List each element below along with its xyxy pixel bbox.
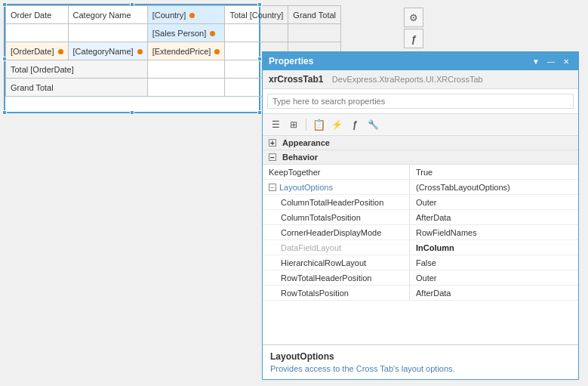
grand-total-header: Grand Total	[288, 6, 341, 24]
prop-hierarchicalrowlayout-name: HierarchicalRowLayout	[263, 255, 410, 270]
grand-total-cell: Grand Total	[6, 79, 148, 97]
category-name-header: Category Name	[68, 6, 147, 24]
minimize-button[interactable]: —	[545, 55, 557, 67]
search-container	[263, 89, 578, 114]
prop-columntotalsposition[interactable]: ColumnTotalsPosition AfterData	[263, 210, 578, 225]
minimize-icon: —	[547, 57, 555, 66]
prop-datafieldlayout-value: InColumn	[410, 240, 578, 255]
prop-datafieldlayout[interactable]: DataFieldLayout InColumn	[263, 240, 578, 255]
categoryname-dot	[137, 49, 143, 54]
alphabetical-icon: ⊞	[290, 119, 297, 130]
category-blank	[68, 24, 147, 42]
extended-price-field: [ExtendedPrice]	[147, 42, 225, 60]
properties-toolbar: ☰ ⊞ 📋 ⚡ ƒ 🔧	[263, 114, 578, 136]
prop-rowtotalsposition[interactable]: RowTotalsPosition AfterData	[263, 286, 578, 301]
prop-cornerheaderdisplaymode-value: RowFieldNames	[410, 225, 578, 239]
component-info: xrCrossTab1 DevExpress.XtraReports.UI.XR…	[263, 70, 578, 89]
prop-cornerheaderdisplaymode[interactable]: CornerHeaderDisplayMode RowFieldNames	[263, 225, 578, 240]
prop-cornerheaderdisplaymode-name: CornerHeaderDisplayMode	[263, 225, 410, 239]
component-name: xrCrossTab1	[269, 74, 323, 85]
prop-layoutoptions-value: (CrossTabLayoutOptions)	[410, 180, 578, 194]
sales-person-cell: [Sales Person]	[147, 24, 225, 42]
close-button[interactable]: ✕	[560, 55, 572, 67]
prop-rowtotalsposition-name: RowTotalsPosition	[263, 286, 410, 300]
prop-columntotalsposition-value: AfterData	[410, 210, 578, 224]
order-date-blank	[6, 24, 69, 42]
prop-func-btn[interactable]: ƒ	[346, 116, 363, 133]
sales-dot	[210, 31, 215, 36]
handle-tm[interactable]	[130, 2, 134, 7]
prop-categorized-btn[interactable]: ☰	[267, 116, 284, 133]
properties-title: Properties	[269, 56, 313, 66]
prop-datafieldlayout-name: DataFieldLayout	[263, 240, 410, 255]
properties-panel: Properties ▼ — ✕ xrCrossTab1 DevExpress.…	[262, 51, 579, 380]
titlebar-controls: ▼ — ✕	[530, 55, 572, 67]
prop-copy-btn[interactable]: 📋	[310, 116, 327, 133]
properties-grid[interactable]: + Appearance − Behavior KeepTogether Tru…	[263, 136, 578, 344]
extprice-dot	[214, 49, 220, 54]
copy-icon: 📋	[312, 119, 325, 131]
settings-button[interactable]: ⚙	[404, 8, 423, 27]
prop-layoutoptions-name: − LayoutOptions	[263, 180, 410, 194]
prop-keeptogether-value: True	[410, 165, 578, 179]
properties-description: LayoutOptions Provides access to the Cro…	[263, 344, 578, 379]
section-behavior[interactable]: − Behavior	[263, 150, 578, 165]
prop-bolt-btn[interactable]: ⚡	[328, 116, 345, 133]
order-date-field: [OrderDate]	[6, 42, 69, 60]
prop-keeptogether-name: KeepTogether	[263, 165, 410, 179]
orderdate-dot	[58, 49, 63, 54]
description-text: Provides access to the Cross Tab's layou…	[270, 364, 571, 373]
total-r3-c3	[147, 60, 225, 79]
section-appearance[interactable]: + Appearance	[263, 136, 578, 150]
handle-tl[interactable]	[2, 2, 7, 7]
total-orderdate-cell: Total [OrderDate]	[6, 60, 148, 79]
close-icon: ✕	[563, 57, 569, 66]
prop-alphabetical-btn[interactable]: ⊞	[285, 116, 302, 133]
grand-blank	[288, 24, 341, 42]
categorized-icon: ☰	[272, 119, 280, 130]
search-input[interactable]	[267, 94, 574, 109]
handle-tr[interactable]	[257, 2, 262, 7]
prop-columntotalsposition-name: ColumnTotalsPosition	[263, 210, 410, 224]
layoutoptions-expand-icon[interactable]: −	[269, 184, 276, 191]
country-dot	[189, 13, 195, 18]
prop-columntotalheaderposition-name: ColumnTotalHeaderPosition	[263, 195, 410, 209]
handle-bm[interactable]	[130, 110, 134, 115]
prop-layoutoptions[interactable]: − LayoutOptions (CrossTabLayoutOptions)	[263, 180, 578, 195]
order-date-header: Order Date	[6, 6, 69, 24]
category-name-field: [CategoryName]	[68, 42, 147, 60]
handle-bl[interactable]	[2, 110, 7, 115]
function-icon: ƒ	[411, 33, 416, 45]
behavior-label: Behavior	[282, 153, 318, 162]
prop-hierarchicalrowlayout-value: False	[410, 255, 578, 270]
properties-titlebar: Properties ▼ — ✕	[263, 52, 578, 70]
appearance-expand-icon[interactable]: +	[269, 139, 276, 147]
behavior-expand-icon[interactable]: −	[269, 153, 276, 161]
prop-rowtotalheaderposition[interactable]: RowTotalHeaderPosition Outer	[263, 270, 578, 286]
appearance-label: Appearance	[282, 138, 330, 147]
bolt-icon: ⚡	[331, 119, 343, 130]
total-blank	[225, 24, 288, 42]
prop-hierarchicalrowlayout[interactable]: HierarchicalRowLayout False	[263, 255, 578, 270]
prop-rowtotalsposition-value: AfterData	[410, 286, 578, 300]
function-button[interactable]: ƒ	[404, 29, 423, 48]
wrench-icon: 🔧	[368, 119, 379, 130]
pin-button[interactable]: ▼	[530, 55, 542, 67]
description-title: LayoutOptions	[270, 351, 571, 362]
gear-icon: ⚙	[409, 12, 418, 23]
prop-columntotalheaderposition[interactable]: ColumnTotalHeaderPosition Outer	[263, 195, 578, 210]
crosstab-component[interactable]: Order Date Category Name [Country] Total…	[4, 4, 260, 113]
crosstab-toolbar: ⚙ ƒ	[404, 8, 423, 48]
prop-columntotalheaderposition-value: Outer	[410, 195, 578, 209]
prop-rowtotalheaderposition-name: RowTotalHeaderPosition	[263, 270, 410, 285]
func-icon: ƒ	[352, 119, 358, 130]
country-header: [Country]	[147, 6, 225, 24]
prop-wrench-btn[interactable]: 🔧	[365, 116, 381, 133]
prop-keeptogether[interactable]: KeepTogether True	[263, 165, 578, 180]
prop-rowtotalheaderposition-value: Outer	[410, 270, 578, 285]
table-row: Order Date Category Name [Country] Total…	[6, 6, 341, 24]
separator-1	[306, 119, 306, 131]
component-type: DevExpress.XtraReports.UI.XRCrossTab	[332, 75, 483, 84]
grand-r4-c3	[147, 79, 225, 97]
total-country-header: Total [Country]	[225, 6, 288, 24]
